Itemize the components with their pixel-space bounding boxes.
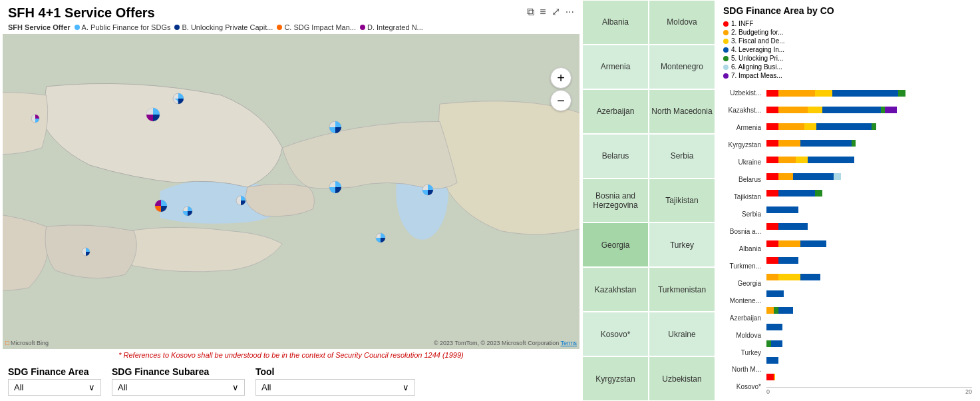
chart-legend-item: 4. Leveraging In... [723,46,972,53]
chart-country-label: Ukraine [723,157,764,168]
country-cell[interactable]: Serbia [649,134,715,179]
country-cell[interactable]: Turkmenistan [649,267,715,312]
chart-country-label: Uzbekist... [723,88,764,99]
pie-small-left [31,114,40,123]
bar-row[interactable] [766,272,972,282]
filter-select-tool[interactable]: All ∨ [255,379,415,396]
country-cell[interactable]: Kazakhstan [582,267,649,312]
bar-segment [766,90,778,97]
zoom-out-button[interactable]: − [550,90,572,111]
country-table: AlbaniaArmeniaAzerbaijanBelarusBosnia an… [582,0,715,401]
legend-text-b: B. Unlocking Private Capit... [182,23,273,31]
bar-segment [778,307,793,314]
legend-text-d: D. Integrated N... [367,23,423,31]
bar-row[interactable] [766,289,972,298]
bar-segment [778,257,799,264]
country-cell[interactable]: Tajikistan [649,179,715,223]
chart-legend: 1. INFF2. Budgeting for...3. Fiscal and … [723,20,972,81]
bar-segment [778,173,793,180]
pie-belarus [172,93,184,105]
bar-segment [800,240,827,247]
bar-row[interactable] [766,322,972,332]
country-cell[interactable]: Uzbekistan [649,356,715,401]
chart-legend-item: 2. Budgeting for... [723,29,972,36]
filter-select-sdg-subarea[interactable]: All ∨ [112,379,245,396]
country-cell[interactable]: Armenia [582,45,649,89]
terms-link[interactable]: Terms [561,340,577,346]
chart-country-label: Turkey [723,347,764,358]
bar-row[interactable] [766,256,972,265]
bar-row[interactable] [766,155,972,165]
country-cell[interactable]: Kyrgyzstan [582,356,649,401]
bar-segment [804,123,816,130]
bar-segment [778,240,800,247]
bar-row[interactable] [766,239,972,248]
chevron-down-icon: ∨ [88,382,95,392]
pie-ukraine [146,107,160,122]
legend-dot-d [360,25,365,30]
expand-icon[interactable]: ⤢ [552,5,560,18]
country-cell[interactable]: Ukraine [649,312,715,356]
bar-segment [774,374,775,380]
bar-row[interactable] [766,306,972,315]
bar-segment [766,340,771,347]
bar-segment [766,140,778,147]
chart-country-label: Bosnia a... [723,226,764,236]
bar-segment [778,157,796,163]
bar-row[interactable] [766,172,972,181]
country-cell[interactable]: North Macedonia [649,89,715,134]
zoom-in-button[interactable]: + [550,67,572,89]
country-cell[interactable]: Georgia [582,222,649,267]
country-cell[interactable]: Turkey [649,222,715,267]
bar-row[interactable] [766,372,972,382]
chart-country-label: Azerbaijan [723,312,764,323]
legend-circle [723,30,729,35]
country-cell[interactable]: Moldova [649,0,715,45]
bar-segment [766,173,778,180]
bar-row[interactable] [766,339,972,348]
filter-label-sdg-subarea: SDG Finance Subarea [112,366,245,377]
country-cell[interactable]: Bosnia and Herzegovina [582,179,649,223]
chart-legend-item: 3. Fiscal and De... [723,37,972,45]
bar-row[interactable] [766,356,972,365]
bar-row[interactable] [766,122,972,131]
legend-text-c: C. SDG Impact Man... [284,23,356,31]
map-container[interactable]: + − □ Microsoft Bing © 2023 TomTom, © 20… [3,34,579,349]
country-cell[interactable]: Montenegro [649,45,715,89]
title-icons: ⧉ ≡ ⤢ ··· [527,5,574,18]
middle-panel: AlbaniaArmeniaAzerbaijanBelarusBosnia an… [582,0,715,401]
chart-country-label: Albania [723,243,764,254]
bar-segment [766,357,778,364]
zoom-controls: + − [550,67,572,111]
bar-segment [872,123,876,130]
bar-segment [822,107,881,113]
bar-row[interactable] [766,89,972,98]
more-icon[interactable]: ··· [566,6,574,18]
legend-dot-a [75,25,80,30]
filter-select-sdg-area[interactable]: All ∨ [8,379,101,396]
bar-row[interactable] [766,222,972,231]
filter-label-sdg-area: SDG Finance Area [8,366,101,377]
bar-row[interactable] [766,189,972,198]
bar-segment [800,140,852,147]
page-title: SFH 4+1 Service Offers [8,5,155,21]
bar-segment [834,173,841,180]
bar-row[interactable] [766,205,972,214]
chart-labels: Uzbekist...Kazakhst...ArmeniaKyrgyzstanU… [723,85,766,396]
bar-segment [766,190,778,197]
country-cell[interactable]: Belarus [582,134,649,179]
filter-icon[interactable]: ≡ [540,6,546,18]
country-cell[interactable]: Albania [582,0,649,45]
filter-label-tool: Tool [255,366,415,377]
chart-bars [766,85,972,386]
bar-row[interactable] [766,105,972,115]
country-cell[interactable]: Kosovo* [582,312,649,356]
right-panel: SDG Finance Area by CO 1. INFF2. Budgeti… [715,0,980,401]
chart-country-label: Kazakhst... [723,105,764,116]
bar-row[interactable] [766,139,972,148]
copy-icon[interactable]: ⧉ [527,6,534,18]
pie-kyrgyzstan [329,121,342,134]
chart-legend-item: 6. Aligning Busi... [723,63,972,71]
country-cell[interactable]: Azerbaijan [582,89,649,134]
legend-circle [723,47,729,53]
